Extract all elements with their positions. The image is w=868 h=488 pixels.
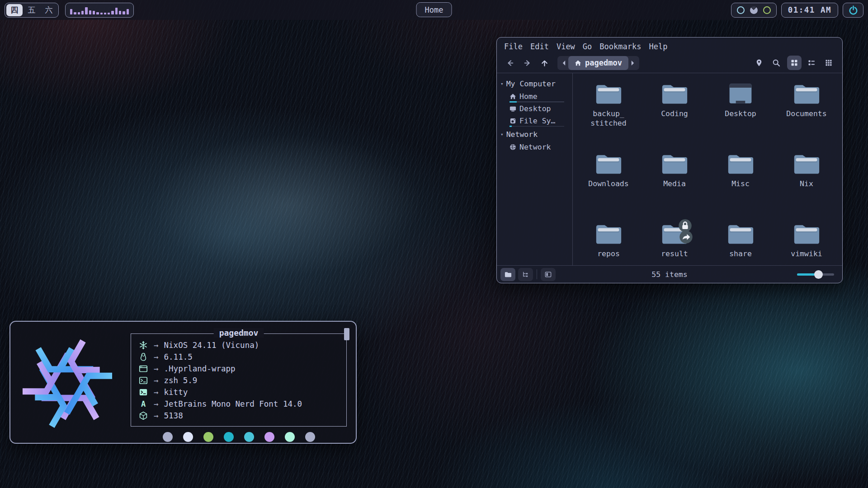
pie-indicator-icon[interactable] <box>750 6 758 14</box>
folder-label: Desktop <box>725 109 756 118</box>
status-ring-icon[interactable] <box>763 6 771 14</box>
icon-size-slider[interactable] <box>797 270 834 278</box>
workspace-6[interactable]: 六 <box>41 4 57 16</box>
tree-pane-button[interactable] <box>518 268 533 281</box>
folder-icon <box>661 82 688 106</box>
palette-dot <box>285 432 295 442</box>
folder-item-downloads[interactable]: Downloads <box>576 152 642 222</box>
desktop-folder-icon <box>727 82 754 106</box>
os-value: NixOS 24.11 (Vicuna) <box>164 341 259 350</box>
sidebar-item-desktop[interactable]: Desktop <box>500 102 572 114</box>
folder-item-desktop[interactable]: Desktop <box>708 82 774 152</box>
menu-bookmarks[interactable]: Bookmarks <box>599 42 641 51</box>
location-button[interactable] <box>752 56 766 70</box>
visualizer-bar <box>96 12 99 14</box>
menu-help[interactable]: Help <box>649 42 667 51</box>
section-label: Network <box>506 130 538 139</box>
sidebar-item-label: File Sy… <box>519 117 555 125</box>
folder-item-misc[interactable]: Misc <box>708 152 774 222</box>
search-button[interactable] <box>769 56 783 70</box>
icon-view-button[interactable] <box>787 56 802 70</box>
sidebar-item-label: Desktop <box>519 104 551 113</box>
sidebar-item-filesystem[interactable]: File Sy… <box>500 114 572 127</box>
visualizer-bar <box>119 11 121 14</box>
path-scroll-left[interactable] <box>559 60 568 66</box>
palette-dot <box>183 432 193 442</box>
folder-item-documents[interactable]: Documents <box>774 82 840 152</box>
visualizer-bar <box>127 9 129 14</box>
sidebar-item-home[interactable]: Home <box>500 90 572 102</box>
fetch-frame: pagedmov → NixOS 24.11 (Vicuna) → 6.11.5… <box>131 333 347 427</box>
sidebar-item-label: Home <box>519 92 538 101</box>
folder-icon <box>595 222 622 246</box>
menu-view[interactable]: View <box>557 42 575 51</box>
font-icon: A <box>137 399 149 408</box>
slider-handle[interactable] <box>814 270 823 279</box>
workspace-5[interactable]: 五 <box>24 4 40 16</box>
grid-view-icon <box>790 59 798 67</box>
places-pane-button[interactable] <box>500 268 515 281</box>
chevron-left-icon <box>562 60 566 66</box>
sidebar-section-network[interactable]: ▾ Network <box>500 128 572 141</box>
chevron-right-icon <box>631 60 635 66</box>
folder-label: share <box>729 249 752 258</box>
workspace-switcher: 四 五 六 <box>5 3 59 18</box>
side-panel-icon <box>544 271 552 278</box>
arrow-glyph: → <box>154 352 159 361</box>
palette-dot <box>264 432 274 442</box>
back-button[interactable] <box>503 56 517 70</box>
path-scroll-right[interactable] <box>628 60 637 66</box>
home-icon <box>575 60 581 66</box>
folder-label: backup_ stitched <box>590 109 626 128</box>
forward-icon <box>523 59 532 67</box>
places-sidebar: ▾ My Computer Home Desktop File Sy… ▾ Ne… <box>497 73 573 265</box>
hostname-title: pagedmov <box>214 328 264 338</box>
breadcrumb: pagedmov <box>557 56 639 70</box>
folder-item-backup-stitched[interactable]: backup_ stitched <box>576 82 642 152</box>
palette-dot <box>163 432 173 442</box>
shell-value: zsh 5.9 <box>164 376 198 385</box>
idle-inhibitor-icon[interactable] <box>737 6 745 14</box>
folder-item-vimwiki[interactable]: vimwiki <box>774 222 840 265</box>
menu-edit[interactable]: Edit <box>530 42 549 51</box>
menu-file[interactable]: File <box>504 42 523 51</box>
tree-icon <box>522 271 529 278</box>
folder-label: Coding <box>661 109 688 118</box>
terminal-value: kitty <box>164 388 188 397</box>
path-segment-home[interactable]: pagedmov <box>568 56 628 70</box>
fetch-row-wm: → .Hyprland-wrapp <box>137 363 341 375</box>
location-pin-icon <box>755 59 763 67</box>
system-indicators <box>731 3 777 18</box>
menu-go[interactable]: Go <box>583 42 592 51</box>
folder-item-share[interactable]: share <box>708 222 774 265</box>
palette-dot <box>305 432 315 442</box>
workspace-4[interactable]: 四 <box>6 4 23 16</box>
audio-visualizer <box>65 3 134 18</box>
sidebar-section-my-computer[interactable]: ▾ My Computer <box>500 78 572 90</box>
arrow-glyph: → <box>154 388 159 397</box>
folder-item-media[interactable]: Media <box>642 152 708 222</box>
folder-item-nix[interactable]: Nix <box>774 152 840 222</box>
compact-view-button[interactable] <box>821 56 836 70</box>
folder-item-result[interactable]: result <box>642 222 708 265</box>
collapse-triangle-icon: ▾ <box>500 81 504 87</box>
list-view-button[interactable] <box>804 56 819 70</box>
forward-button[interactable] <box>520 56 534 70</box>
folder-icon <box>727 152 754 176</box>
search-icon <box>772 59 780 67</box>
folder-item-repos[interactable]: repos <box>576 222 642 265</box>
visualizer-bar <box>74 12 76 14</box>
font-value: JetBrains Mono Nerd Font 14.0 <box>164 399 302 408</box>
wm-window-icon <box>139 364 148 373</box>
folder-label: Nix <box>800 179 813 188</box>
power-button[interactable] <box>843 3 863 18</box>
up-button[interactable] <box>538 56 551 70</box>
shell-icon <box>139 376 148 385</box>
clock[interactable]: 01:41 AM <box>781 3 838 18</box>
sidebar-item-network[interactable]: Network <box>500 141 572 153</box>
folder-item-coding[interactable]: Coding <box>642 82 708 152</box>
visualizer-bar <box>70 9 72 14</box>
active-window-title[interactable]: Home <box>416 2 452 17</box>
visualizer-bar <box>108 13 110 14</box>
toggle-sidepane-button[interactable] <box>541 268 556 281</box>
